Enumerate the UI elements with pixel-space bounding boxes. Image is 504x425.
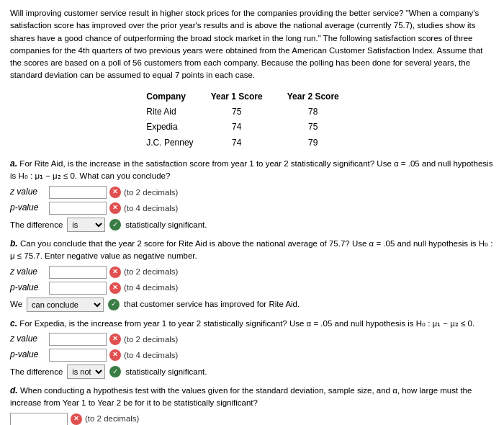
cell-year2: 78: [284, 104, 361, 120]
part-a-z-row: z value ✕ (to 2 decimals): [10, 186, 494, 199]
part-c-text: For Expedia, is the increase from year 1…: [19, 319, 474, 328]
part-c-diff-label: The difference: [10, 366, 63, 378]
part-c-p-clear[interactable]: ✕: [109, 349, 121, 361]
part-d-clear[interactable]: ✕: [71, 413, 82, 425]
cell-company: Rite Aid: [143, 104, 207, 120]
part-a-z-input[interactable]: [49, 186, 107, 199]
part-c-p-row: p-value ✕ (to 4 decimals): [10, 349, 494, 362]
part-d: d. When conducting a hypothesis test wit…: [10, 385, 494, 425]
part-a-diff-select[interactable]: is is not: [67, 218, 105, 232]
part-a-p-row: p-value ✕ (to 4 decimals): [10, 202, 494, 215]
table-row: J.C. Penney 74 79: [143, 135, 361, 151]
part-c-label: c.: [10, 318, 17, 328]
cell-company: J.C. Penney: [143, 135, 207, 151]
part-d-hint: (to 2 decimals): [85, 413, 139, 425]
part-b-label: b.: [10, 238, 18, 249]
part-a-p-clear[interactable]: ✕: [109, 202, 121, 214]
data-table-wrapper: Company Year 1 Score Year 2 Score Rite A…: [10, 89, 494, 151]
part-a-subtext: What can you conclude?: [79, 171, 170, 180]
part-a-z-hint: (to 2 decimals): [124, 187, 178, 199]
part-a-p-input[interactable]: [49, 202, 107, 215]
col-year1: Year 1 Score: [208, 89, 284, 104]
part-b-z-input[interactable]: [49, 266, 107, 279]
cell-year1: 75: [208, 104, 284, 120]
scores-table: Company Year 1 Score Year 2 Score Rite A…: [143, 89, 361, 151]
part-b-we-label: We: [10, 298, 22, 310]
part-b-p-label: p-value: [10, 282, 46, 294]
part-c-z-clear[interactable]: ✕: [109, 334, 121, 345]
cell-year1: 74: [208, 135, 284, 151]
intro-paragraph: Will improving customer service result i…: [10, 7, 494, 82]
part-c-p-hint: (to 4 decimals): [124, 349, 178, 362]
part-b-p-clear[interactable]: ✕: [109, 282, 121, 294]
part-b-z-hint: (to 2 decimals): [124, 266, 178, 278]
part-b-p-row: p-value ✕ (to 4 decimals): [10, 282, 494, 295]
cell-year2: 79: [284, 135, 361, 151]
cell-company: Expedia: [143, 120, 207, 135]
part-b-z-label: z value: [10, 266, 46, 278]
part-c-z-input[interactable]: [49, 333, 107, 346]
part-d-input[interactable]: [10, 413, 68, 425]
part-c-conclusion-row: The difference is not is ✓ statistically…: [10, 364, 494, 379]
part-b-we-select[interactable]: can conclude cannot conclude: [27, 298, 104, 312]
part-c-z-row: z value ✕ (to 2 decimals): [10, 333, 494, 346]
part-a-z-clear[interactable]: ✕: [109, 187, 121, 198]
part-c-diff-select[interactable]: is not is: [67, 364, 105, 379]
part-a-diff-label: The difference: [10, 219, 63, 231]
part-b-text: Can you conclude that the year 2 score f…: [10, 239, 492, 260]
part-a-conclusion-row: The difference is is not ✓ statistically…: [10, 218, 494, 232]
part-c-z-label: z value: [10, 333, 46, 345]
part-c-check-icon: ✓: [109, 366, 121, 377]
part-b-p-hint: (to 4 decimals): [124, 282, 178, 294]
part-c-sig-text: statistically significant.: [125, 366, 207, 378]
part-c-z-hint: (to 2 decimals): [124, 334, 178, 346]
part-a-z-label: z value: [10, 186, 46, 198]
part-b-we-text: that customer service has improved for R…: [124, 298, 300, 310]
part-a-p-label: p-value: [10, 202, 46, 214]
cell-year1: 74: [208, 120, 284, 135]
table-row: Expedia 74 75: [143, 120, 361, 135]
part-a: a. For Rite Aid, is the increase in the …: [10, 158, 494, 232]
part-c-p-input[interactable]: [49, 349, 107, 362]
part-b-conclusion-row: We can conclude cannot conclude ✓ that c…: [10, 298, 494, 312]
part-b-z-row: z value ✕ (to 2 decimals): [10, 266, 494, 279]
col-company: Company: [143, 89, 207, 104]
cell-year2: 75: [284, 120, 361, 135]
col-year2: Year 2 Score: [284, 89, 361, 104]
part-b-z-clear[interactable]: ✕: [109, 267, 121, 278]
part-d-text: When conducting a hypothesis test with t…: [10, 386, 472, 407]
part-a-check-icon: ✓: [109, 219, 121, 231]
part-b: b. Can you conclude that the year 2 scor…: [10, 238, 494, 312]
part-b-check-icon: ✓: [108, 299, 120, 310]
part-c-p-label: p-value: [10, 349, 46, 361]
part-a-sig-text: statistically significant.: [125, 219, 207, 231]
part-c: c. For Expedia, is the increase from yea…: [10, 318, 494, 379]
table-row: Rite Aid 75 78: [143, 104, 361, 120]
part-d-label: d.: [10, 385, 18, 395]
part-a-p-hint: (to 4 decimals): [124, 202, 178, 215]
part-a-label: a.: [10, 158, 17, 169]
part-b-p-input[interactable]: [49, 282, 107, 295]
part-d-input-row: ✕ (to 2 decimals): [10, 413, 494, 425]
